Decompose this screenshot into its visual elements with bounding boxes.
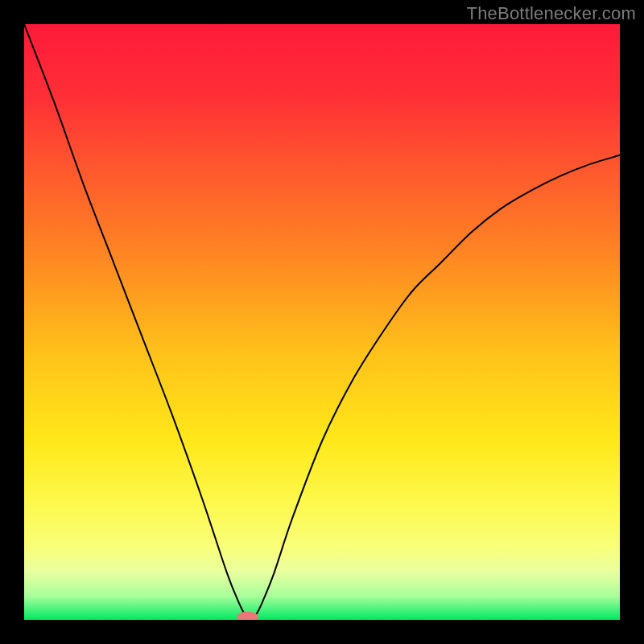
chart-frame: TheBottlenecker.com xyxy=(0,0,644,644)
chart-background xyxy=(24,24,620,620)
bottleneck-chart xyxy=(24,24,620,620)
watermark-text: TheBottlenecker.com xyxy=(467,3,636,24)
